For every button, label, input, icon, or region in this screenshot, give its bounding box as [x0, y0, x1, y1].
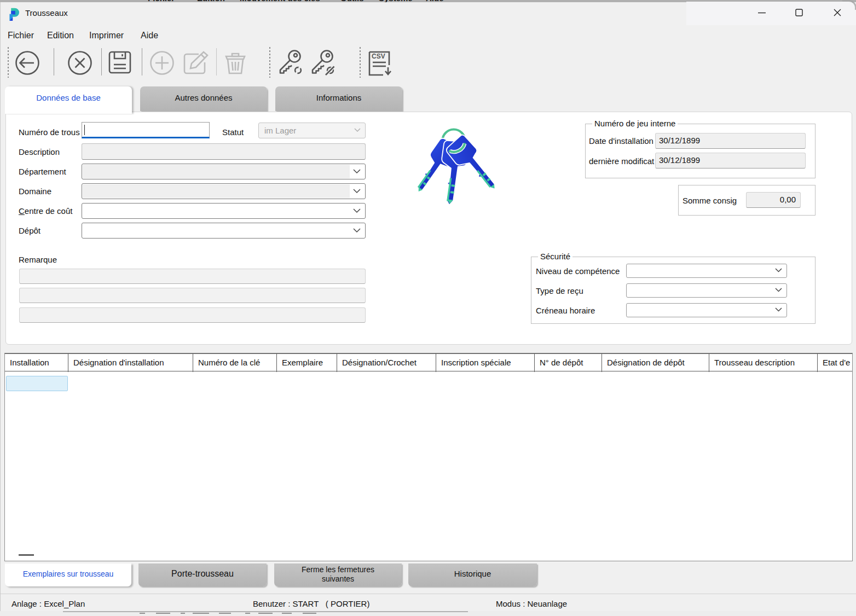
- svg-text:CSV: CSV: [372, 53, 385, 60]
